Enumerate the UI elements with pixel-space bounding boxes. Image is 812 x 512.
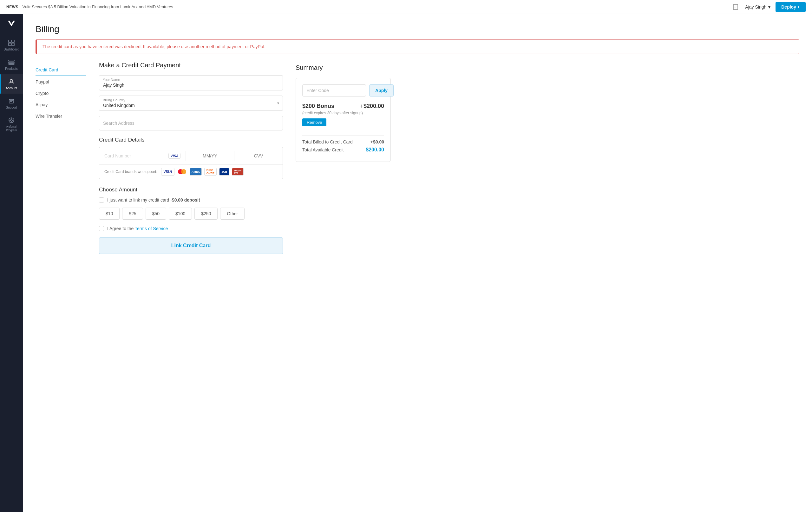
user-name: Ajay Singh	[745, 4, 766, 9]
link-only-checkbox[interactable]	[99, 197, 104, 203]
summary-panel: Summary Apply $200 Bonus +$200.00 (credi…	[296, 61, 391, 499]
card-cvv-input[interactable]	[239, 153, 278, 158]
apply-promo-button[interactable]: Apply	[369, 84, 394, 97]
link-only-row: I just want to link my credit card -$0.0…	[99, 197, 283, 203]
amount-btn-25[interactable]: $25	[122, 208, 143, 220]
credit-label: Total Available Credit	[302, 147, 344, 152]
error-banner: The credit card as you have entered was …	[35, 39, 799, 54]
sidebar-item-products-label: Products	[5, 67, 18, 71]
payment-method-wire-transfer[interactable]: Wire Transfer	[35, 110, 86, 122]
tos-checkbox[interactable]	[99, 226, 104, 231]
sidebar-logo	[0, 14, 23, 33]
news-bar: NEWS: Vultr Secures $3.5 Billion Valuati…	[0, 0, 812, 14]
page-title: Billing	[35, 24, 799, 34]
svg-marker-4	[8, 21, 15, 26]
card-expiry-group	[191, 153, 229, 159]
svg-rect-7	[8, 43, 11, 46]
amount-btn-other[interactable]: Other	[220, 208, 244, 220]
tos-row: I Agree to the Terms of Service	[99, 226, 283, 231]
brand-jcb-icon: JCB	[219, 168, 229, 176]
sidebar-nav: Dashboard Products Account	[0, 33, 23, 136]
cc-details-title: Credit Card Details	[99, 137, 283, 143]
sidebar-item-dashboard-label: Dashboard	[4, 48, 19, 51]
svg-rect-10	[8, 62, 14, 63]
amount-buttons-row: $10 $25 $50 $100 $250 Other	[99, 208, 283, 220]
svg-rect-9	[8, 60, 14, 61]
sidebar-item-referral[interactable]: ReferralProgram	[0, 113, 23, 136]
card-expiry-input[interactable]	[191, 153, 229, 158]
amount-btn-10[interactable]: $10	[99, 208, 120, 220]
amount-btn-100[interactable]: $100	[169, 208, 192, 220]
billed-label: Total Billed to Credit Card	[302, 139, 353, 144]
summary-box: Apply $200 Bonus +$200.00 (credit expire…	[296, 78, 391, 162]
payment-sidebar: Credit Card Paypal Crypto Alipay Wire Tr…	[35, 61, 86, 499]
cc-brands-row: Credit Card brands we support: VISA AMEX…	[99, 165, 283, 179]
svg-rect-6	[12, 40, 14, 43]
visa-hint-icon: VISA	[168, 153, 180, 159]
card-number-input[interactable]	[104, 153, 166, 158]
billing-country-group: Billing Country United KingdomUnited Sta…	[99, 96, 283, 111]
cc-details-box: VISA Credit Card brands we support:	[99, 147, 283, 179]
payment-form: Make a Credit Card Payment Your Name Bil…	[99, 61, 283, 499]
cc-brands-label: Credit Card brands we support:	[104, 169, 157, 174]
remove-bonus-button[interactable]: Remove	[302, 118, 326, 126]
cc-inputs-row: VISA	[99, 147, 283, 165]
payment-method-credit-card[interactable]: Credit Card	[35, 64, 86, 76]
sidebar-item-account-label: Account	[6, 86, 17, 90]
sidebar-item-support-label: Support	[6, 106, 17, 109]
address-search-group	[99, 116, 283, 131]
card-cvv-group	[239, 153, 278, 159]
name-input[interactable]	[99, 75, 283, 90]
credit-value: $200.00	[366, 147, 384, 153]
payment-method-crypto[interactable]: Crypto	[35, 88, 86, 99]
brand-visa-icon: VISA	[161, 168, 174, 176]
choose-amount-title: Choose Amount	[99, 187, 283, 193]
deploy-button[interactable]: Deploy +	[776, 2, 806, 12]
tos-label: I Agree to the Terms of Service	[107, 226, 168, 231]
sidebar-item-account[interactable]: Account	[0, 74, 23, 93]
address-search-input[interactable]	[99, 116, 283, 131]
sidebar-item-dashboard[interactable]: Dashboard	[0, 35, 23, 55]
credit-row: Total Available Credit $200.00	[302, 147, 384, 153]
link-credit-card-button[interactable]: Link Credit Card	[99, 237, 283, 254]
card-number-group: VISA	[104, 153, 180, 159]
news-label: NEWS:	[6, 5, 20, 9]
amount-btn-250[interactable]: $250	[195, 208, 218, 220]
header-actions: Ajay Singh ▾ Deploy +	[731, 2, 806, 12]
page-header: Billing	[23, 14, 812, 39]
news-text: Vultr Secures $3.5 Billion Valuation in …	[23, 4, 173, 9]
brand-unionpay-icon: UNIONPAY	[232, 168, 243, 176]
brand-amex-icon: AMEX	[190, 168, 202, 176]
sidebar-item-products[interactable]: Products	[0, 55, 23, 74]
user-menu-button[interactable]: Ajay Singh ▾	[745, 4, 771, 9]
promo-code-input[interactable]	[302, 84, 366, 97]
brand-discover-icon: DISCOVER	[204, 168, 217, 176]
payment-method-paypal[interactable]: Paypal	[35, 76, 86, 88]
svg-rect-5	[8, 40, 11, 43]
summary-title: Summary	[296, 64, 391, 72]
bonus-title: $200 Bonus	[302, 103, 334, 109]
promo-row: Apply	[302, 84, 384, 97]
tos-link[interactable]: Terms of Service	[135, 226, 168, 231]
billed-value: +$0.00	[371, 139, 384, 144]
billed-row: Total Billed to Credit Card +$0.00	[302, 139, 384, 144]
link-only-label: I just want to link my credit card -$0.0…	[107, 197, 200, 203]
svg-point-12	[10, 79, 13, 82]
sidebar-item-support[interactable]: Support	[0, 93, 23, 113]
billing-country-select[interactable]: United KingdomUnited StatesCanadaGermany…	[99, 96, 283, 111]
chevron-down-icon: ▾	[768, 4, 771, 9]
content-area: Billing The credit card as you have ente…	[23, 14, 812, 512]
error-message: The credit card as you have entered was …	[42, 44, 265, 49]
form-title: Make a Credit Card Payment	[99, 61, 283, 69]
bonus-row: $200 Bonus +$200.00	[302, 103, 384, 109]
name-field-group: Your Name	[99, 75, 283, 90]
bonus-sub: (credit expires 30 days after signup)	[302, 111, 384, 115]
svg-rect-11	[8, 63, 14, 64]
brand-mastercard-icon	[177, 168, 187, 176]
sidebar-item-referral-label: ReferralProgram	[6, 125, 17, 132]
svg-point-14	[10, 119, 12, 121]
amount-btn-50[interactable]: $50	[146, 208, 166, 220]
payment-method-alipay[interactable]: Alipay	[35, 99, 86, 110]
invoice-icon-button[interactable]	[731, 3, 740, 11]
sidebar: Dashboard Products Account	[0, 14, 23, 512]
